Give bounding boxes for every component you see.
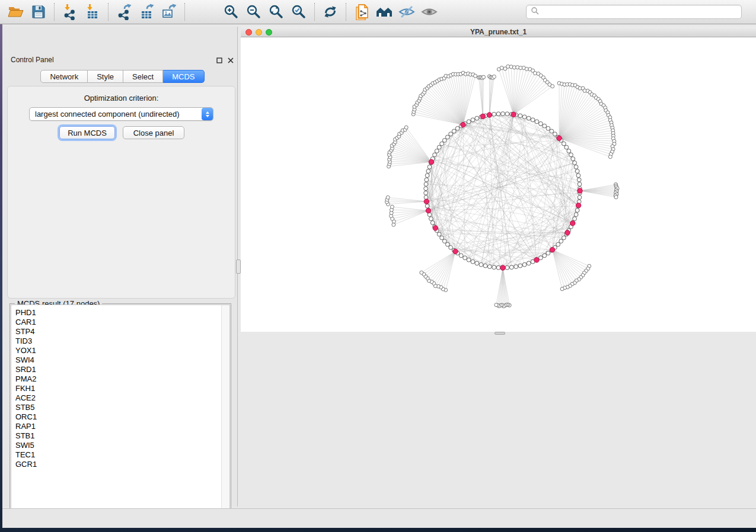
mcds-result-list[interactable]: PHD1CAR1STP4TID3YOX1SWI4SRD1PMA2FKH1ACE2… — [11, 305, 230, 523]
export-image-icon[interactable] — [158, 2, 180, 22]
dropdown-value: largest connected component (undirected) — [35, 110, 180, 118]
import-table-icon[interactable] — [81, 2, 104, 22]
network-window-title: YPA_prune.txt_1 — [241, 28, 756, 36]
save-icon[interactable] — [27, 2, 50, 22]
mcds-result-item[interactable]: ACE2 — [11, 393, 229, 403]
mcds-result-item[interactable]: YOX1 — [11, 346, 229, 355]
toolbar-group — [350, 2, 441, 22]
toolbar-separator — [108, 3, 109, 21]
toolbar-separator — [314, 3, 315, 21]
close-panel-button[interactable]: Close panel — [123, 126, 184, 139]
mcds-result-item[interactable]: STB5 — [11, 403, 229, 412]
control-panel-title: Control Panel — [11, 56, 54, 64]
mcds-result-item[interactable]: ORC1 — [11, 412, 229, 422]
mcds-result-item[interactable]: PMA2 — [11, 374, 229, 384]
toolbar-group — [113, 2, 180, 22]
mcds-result-item[interactable]: SRD1 — [11, 365, 229, 374]
network-window-titlebar: YPA_prune.txt_1 — [241, 27, 756, 37]
close-icon[interactable] — [227, 56, 235, 65]
table-panel: Table Panel f(x) shared namenameMCDS rol… — [241, 335, 756, 508]
zoom-fit-icon[interactable] — [265, 2, 288, 22]
mcds-result-item[interactable]: TID3 — [11, 336, 229, 346]
toolbar-group — [5, 2, 50, 22]
search-box[interactable] — [526, 5, 742, 19]
mcds-result-item[interactable]: GCR1 — [11, 460, 229, 469]
refresh-icon[interactable] — [319, 2, 342, 22]
export-table-icon[interactable] — [135, 2, 158, 22]
search-icon — [531, 7, 539, 17]
network-file-icon[interactable] — [350, 2, 373, 22]
hide-graphics-details-icon[interactable] — [395, 2, 418, 22]
run-mcds-button[interactable]: Run MCDS — [59, 126, 115, 139]
toolbar-separator — [346, 3, 346, 21]
zoom-out-icon[interactable] — [243, 2, 265, 22]
panel-splitter-handle[interactable] — [236, 259, 241, 274]
mcds-result-item[interactable]: CAR1 — [11, 318, 229, 327]
network-graph[interactable] — [241, 37, 756, 332]
tab-mcds[interactable]: MCDS — [163, 70, 204, 83]
zoom-selected-icon[interactable] — [288, 2, 310, 22]
optimization-criterion-dropdown[interactable]: largest connected component (undirected) — [29, 107, 213, 121]
tab-style[interactable]: Style — [88, 70, 123, 83]
toolbar-group — [59, 2, 104, 22]
control-panel-tabbar: NetworkStyleSelectMCDS — [5, 70, 240, 83]
search-input[interactable] — [541, 6, 741, 18]
open-folder-icon[interactable] — [5, 2, 27, 22]
mcds-result-item[interactable]: SWI5 — [11, 441, 229, 450]
mcds-result-item[interactable]: STP4 — [11, 327, 229, 336]
mcds-result-item[interactable]: FKH1 — [11, 384, 229, 393]
overview-icon[interactable] — [373, 2, 395, 22]
status-bar: Memory — [2, 508, 756, 528]
network-canvas[interactable] — [241, 37, 756, 332]
tab-network[interactable]: Network — [40, 70, 88, 83]
desktop: { "toolbar": { "groups": [ ["open-folder… — [0, 0, 756, 532]
tab-select[interactable]: Select — [123, 70, 163, 83]
mcds-list-scrollbar[interactable] — [221, 305, 229, 523]
main-toolbar — [0, 0, 756, 24]
toolbar-separator — [184, 3, 185, 21]
show-graphics-details-icon[interactable] — [418, 2, 441, 22]
mcds-result-item[interactable]: PHD1 — [11, 308, 229, 318]
mcds-result-item[interactable]: SWI4 — [11, 355, 229, 365]
control-panel: Control Panel NetworkStyleSelectMCDS Opt… — [2, 27, 238, 507]
toolbar-group — [220, 2, 310, 22]
export-network-icon[interactable] — [113, 2, 135, 22]
toolbar-group — [319, 2, 342, 22]
dropdown-stepper-icon — [202, 108, 213, 120]
optimization-criterion-label: Optimization criterion: — [7, 94, 235, 102]
zoom-in-icon[interactable] — [220, 2, 243, 22]
import-network-icon[interactable] — [59, 2, 81, 22]
mcds-result-item[interactable]: STB1 — [11, 431, 229, 441]
toolbar-separator — [54, 3, 55, 21]
float-icon[interactable] — [215, 56, 224, 65]
mcds-result-item[interactable]: RAP1 — [11, 422, 229, 431]
mcds-result-item[interactable]: TEC1 — [11, 450, 229, 460]
